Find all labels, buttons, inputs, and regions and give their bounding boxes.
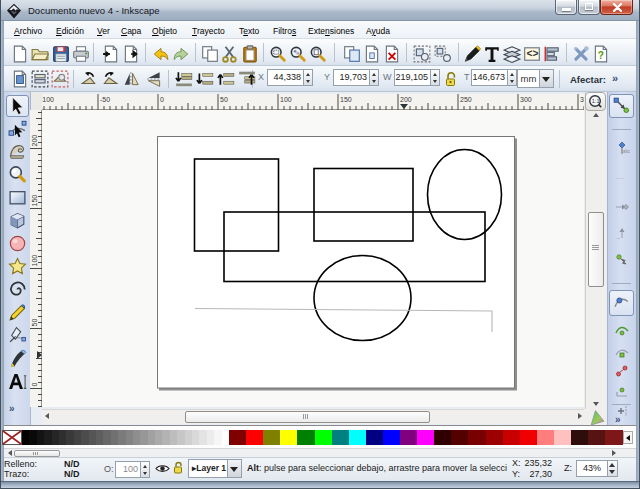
svg-text:50: 50 [220,96,228,103]
svg-text:150: 150 [340,96,352,103]
svg-text:?: ? [598,50,604,61]
svg-text:150: 150 [31,195,38,207]
svg-text:0: 0 [31,383,38,387]
svg-text:200: 200 [400,96,412,103]
svg-text:300: 300 [520,96,532,103]
svg-text:50: 50 [31,319,38,327]
svg-text:100: 100 [31,255,38,267]
svg-text:100: 100 [280,96,292,103]
svg-text:-50: -50 [100,96,110,103]
svg-text:-----: ----- [616,175,625,181]
svg-text:abc: abc [623,149,630,154]
svg-text:350: 350 [580,96,584,103]
svg-text:<>: <> [526,49,538,60]
svg-text:200: 200 [31,135,38,147]
svg-text:0: 0 [160,96,164,103]
svg-text:--: -- [617,236,620,241]
svg-text:-100: -100 [42,96,54,103]
svg-text:250: 250 [460,96,472,103]
svg-text:1:1: 1:1 [592,98,600,104]
